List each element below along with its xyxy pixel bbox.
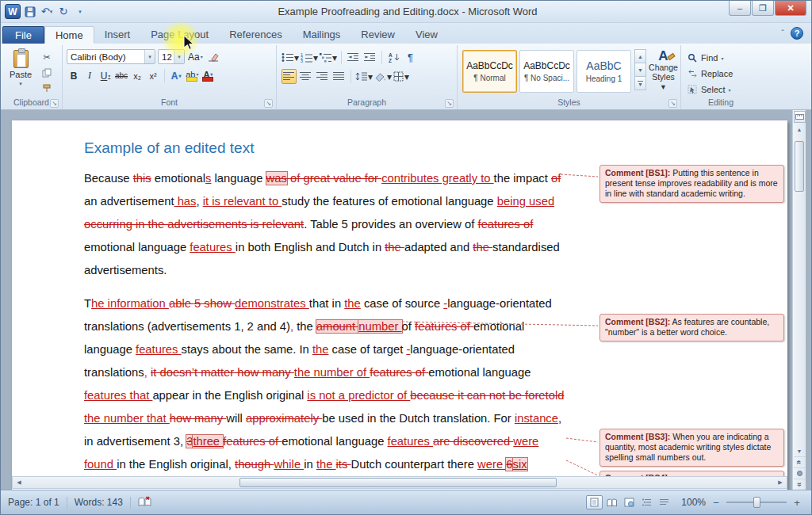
zoom-in-button[interactable]: +: [791, 496, 803, 509]
bullets-button[interactable]: ▾: [282, 50, 299, 65]
clipboard-dialog-launcher[interactable]: ↘: [50, 99, 59, 108]
justify-button[interactable]: [331, 69, 347, 84]
zoom-level[interactable]: 100%: [681, 497, 706, 508]
tab-file[interactable]: File: [2, 26, 44, 44]
text-effects-button[interactable]: A▾: [169, 68, 183, 83]
text-run: emotional language: [282, 435, 387, 448]
close-button[interactable]: ✕: [775, 1, 806, 16]
scroll-right-button[interactable]: ▶: [774, 477, 787, 488]
svg-text:Z: Z: [389, 58, 392, 63]
horizontal-scroll-thumb[interactable]: [239, 478, 557, 487]
select-browse-object-button[interactable]: [794, 467, 806, 479]
comment-bs2[interactable]: Comment [BS2]: As features are countable…: [599, 314, 784, 341]
comment-bs3[interactable]: Comment [BS3]: When you are indicating a…: [599, 429, 784, 467]
text-highlight-button[interactable]: ab▾: [185, 68, 199, 83]
font-size-select[interactable]: 12 ▾: [158, 49, 185, 64]
scroll-left-button[interactable]: ◀: [13, 477, 25, 488]
zoom-out-button[interactable]: −: [710, 496, 722, 509]
zoom-slider-thumb[interactable]: [753, 497, 760, 508]
align-center-button[interactable]: [298, 69, 313, 84]
tab-references[interactable]: References: [219, 26, 292, 44]
tab-review[interactable]: Review: [350, 26, 405, 44]
comment-bs1[interactable]: Comment [BS1]: Putting this sentence in …: [599, 165, 784, 203]
change-styles-button[interactable]: A Change Styles ▾: [648, 47, 679, 91]
cut-button[interactable]: ✂: [39, 51, 55, 63]
numbering-button[interactable]: 123▾: [301, 50, 318, 65]
fullscreen-reading-view-button[interactable]: [603, 495, 620, 509]
zoom-slider[interactable]: [726, 496, 787, 509]
subscript-button[interactable]: x₂: [130, 68, 144, 83]
font-family-select[interactable]: Calibri (Body) ▾: [67, 49, 155, 64]
change-case-button[interactable]: Aa▾: [187, 49, 204, 64]
vertical-scroll-thumb[interactable]: [795, 141, 804, 192]
save-button[interactable]: [23, 4, 37, 19]
undo-button[interactable]: ↶▾: [40, 4, 54, 19]
document-paragraph[interactable]: The information able 5 show demonstrates…: [84, 292, 565, 476]
style-no-spacing[interactable]: AaBbCcDc ¶ No Spaci...: [519, 50, 574, 93]
bold-button[interactable]: B: [67, 68, 81, 83]
format-painter-button[interactable]: [39, 82, 55, 95]
tab-insert[interactable]: Insert: [94, 26, 141, 44]
find-button[interactable]: Find ▾: [688, 51, 756, 65]
page-count-indicator[interactable]: Page: 1 of 1: [1, 497, 67, 508]
paste-button[interactable]: Paste ▾: [2, 47, 39, 97]
styles-scroll-up-button[interactable]: ▲: [634, 49, 646, 63]
italic-button[interactable]: I: [82, 68, 97, 83]
copy-button[interactable]: [39, 67, 55, 79]
shading-button[interactable]: ▾: [374, 69, 392, 84]
sort-button[interactable]: AZ: [386, 50, 401, 65]
scroll-down-button[interactable]: ▼: [794, 445, 806, 456]
outline-view-button[interactable]: [638, 495, 655, 509]
ruler-toggle-button[interactable]: [794, 111, 806, 123]
previous-page-button[interactable]: «: [794, 456, 806, 467]
word-count-indicator[interactable]: Words: 143: [67, 497, 130, 508]
borders-button[interactable]: ▾: [393, 69, 409, 84]
styles-scroll-down-button[interactable]: ▼: [634, 63, 646, 77]
style-heading1[interactable]: AaBbC Heading 1: [576, 50, 631, 93]
horizontal-scroll-track[interactable]: [25, 477, 774, 488]
align-right-button[interactable]: [315, 69, 330, 84]
font-color-button[interactable]: A▾: [201, 68, 215, 83]
show-formatting-marks-button[interactable]: ¶: [403, 50, 418, 65]
tab-mailings[interactable]: Mailings: [293, 26, 351, 44]
vertical-scrollbar[interactable]: ▲ ▼ « «: [792, 110, 806, 490]
strikethrough-button[interactable]: abc: [114, 68, 128, 83]
line-spacing-button[interactable]: ▾: [355, 69, 373, 84]
vertical-scroll-track[interactable]: [793, 135, 806, 445]
next-page-button[interactable]: «: [794, 479, 806, 490]
horizontal-scrollbar[interactable]: ◀ ▶: [12, 476, 787, 489]
font-dialog-launcher[interactable]: ↘: [264, 99, 273, 108]
word-app-icon[interactable]: W: [5, 4, 21, 19]
text-run: in both English and Dutch in: [236, 241, 385, 254]
help-button[interactable]: ?: [791, 27, 803, 40]
superscript-button[interactable]: x²: [146, 68, 160, 83]
minimize-button[interactable]: –: [729, 1, 751, 16]
select-button[interactable]: Select ▾: [688, 82, 756, 97]
decrease-indent-button[interactable]: [346, 50, 361, 65]
document-paragraph[interactable]: Because this emotionals language was of …: [84, 167, 565, 282]
clear-formatting-button[interactable]: [206, 49, 220, 64]
redo-button[interactable]: ↻: [56, 4, 71, 19]
tab-home[interactable]: Home: [44, 26, 94, 44]
underline-button[interactable]: U▾: [98, 68, 113, 83]
replace-button[interactable]: Replace: [688, 67, 756, 81]
tab-view[interactable]: View: [405, 26, 448, 44]
maximize-button[interactable]: ❐: [752, 1, 774, 16]
text-run: emotional: [151, 172, 205, 185]
document-body[interactable]: Because this emotionals language was of …: [84, 167, 565, 476]
styles-dialog-launcher[interactable]: ↘: [668, 99, 677, 108]
qat-customize-button[interactable]: ▾: [73, 4, 87, 19]
styles-more-button[interactable]: ▼: [634, 76, 646, 90]
tab-page-layout[interactable]: Page Layout: [140, 26, 219, 44]
proofing-status-button[interactable]: [131, 496, 159, 509]
align-left-button[interactable]: [282, 69, 297, 84]
paragraph-dialog-launcher[interactable]: ↘: [445, 99, 454, 108]
increase-indent-button[interactable]: [362, 50, 377, 65]
draft-view-button[interactable]: [656, 495, 672, 509]
minimize-ribbon-button[interactable]: ˆ: [781, 29, 784, 38]
print-layout-view-button[interactable]: [586, 495, 603, 509]
style-normal[interactable]: AaBbCcDc ¶ Normal: [462, 50, 517, 93]
web-layout-view-button[interactable]: [621, 495, 638, 509]
multilevel-list-button[interactable]: ▾: [320, 50, 337, 65]
scroll-up-button[interactable]: ▲: [794, 124, 806, 135]
